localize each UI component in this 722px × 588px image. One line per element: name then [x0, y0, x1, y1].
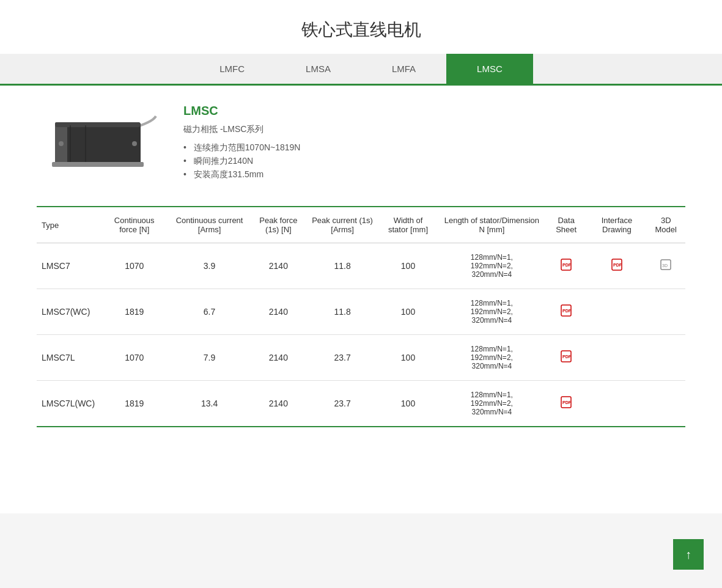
col-header-type: Type — [37, 207, 100, 243]
svg-point-7 — [132, 141, 137, 146]
product-subtitle: 磁力相抵 -LMSC系列 — [183, 124, 300, 135]
svg-rect-5 — [52, 162, 144, 167]
svg-text:PDF: PDF — [562, 355, 572, 359]
tab-lmfc[interactable]: LMFC — [189, 54, 275, 84]
product-image — [37, 104, 159, 177]
table-row: LMSC7(WC)18196.7214011.8100128mm/N=1, 19… — [37, 289, 685, 335]
svg-text:PDF: PDF — [562, 400, 572, 405]
col-header-width-stator: Width of stator [mm] — [378, 207, 438, 243]
col-header-data-sheet: Data Sheet — [545, 207, 587, 243]
tab-lmfa[interactable]: LMFA — [361, 54, 446, 84]
page-title: 铁心式直线电机 — [0, 0, 722, 54]
product-table-section: Type Continuous force [N] Continuous cur… — [37, 206, 685, 427]
col-header-cont-current: Continuous current [Arms] — [169, 207, 250, 243]
svg-text:3D: 3D — [662, 263, 668, 268]
product-info: LMSC 磁力相抵 -LMSC系列 连续推力范围1070N~1819N 瞬间推力… — [183, 104, 300, 182]
col-header-peak-force: Peak force (1s) [N] — [250, 207, 307, 243]
interface-icon[interactable]: PDF — [611, 261, 622, 273]
product-header: LMSC 磁力相抵 -LMSC系列 连续推力范围1070N~1819N 瞬间推力… — [37, 104, 685, 182]
feature-3: 安装高度131.5mm — [183, 168, 300, 182]
svg-text:PDF: PDF — [562, 263, 572, 267]
svg-rect-0 — [55, 122, 141, 165]
data-sheet-icon[interactable]: PDF — [561, 399, 572, 411]
col-header-cont-force: Continuous force [N] — [100, 207, 169, 243]
page-title-bar: 铁心式直线电机 — [0, 0, 722, 54]
tab-lmsa[interactable]: LMSA — [275, 54, 361, 84]
content-area: LMSC 磁力相抵 -LMSC系列 连续推力范围1070N~1819N 瞬间推力… — [0, 86, 722, 513]
feature-2: 瞬间推力2140N — [183, 155, 300, 168]
svg-text:PDF: PDF — [562, 309, 572, 313]
tab-lmsc[interactable]: LMSC — [446, 54, 533, 84]
svg-rect-2 — [55, 122, 141, 127]
table-row: LMSC7L10707.9214023.7100128mm/N=1, 192mm… — [37, 335, 685, 381]
product-table: Type Continuous force [N] Continuous cur… — [37, 207, 685, 426]
col-header-peak-current: Peak current (1s) [Arms] — [307, 207, 378, 243]
product-name: LMSC — [183, 104, 300, 118]
3d-model-icon[interactable]: 3D — [660, 262, 671, 272]
feature-1: 连续推力范围1070N~1819N — [183, 141, 300, 155]
data-sheet-icon[interactable]: PDF — [561, 261, 572, 273]
col-header-length-stator: Length of stator/Dimension N [mm] — [438, 207, 545, 243]
col-header-interface: Interface Drawing — [587, 207, 646, 243]
tab-bar: LMFC LMSA LMFA LMSC — [0, 54, 722, 86]
svg-point-6 — [59, 141, 64, 146]
data-sheet-icon[interactable]: PDF — [561, 353, 572, 365]
svg-text:PDF: PDF — [613, 263, 622, 267]
table-row: LMSC710703.9214011.8100128mm/N=1, 192mm/… — [37, 243, 685, 289]
product-features: 连续推力范围1070N~1819N 瞬间推力2140N 安装高度131.5mm — [183, 141, 300, 182]
table-row: LMSC7L(WC)181913.4214023.7100128mm/N=1, … — [37, 381, 685, 427]
table-header-row: Type Continuous force [N] Continuous cur… — [37, 207, 685, 243]
data-sheet-icon[interactable]: PDF — [561, 307, 572, 319]
col-header-3d: 3D Model — [647, 207, 686, 243]
